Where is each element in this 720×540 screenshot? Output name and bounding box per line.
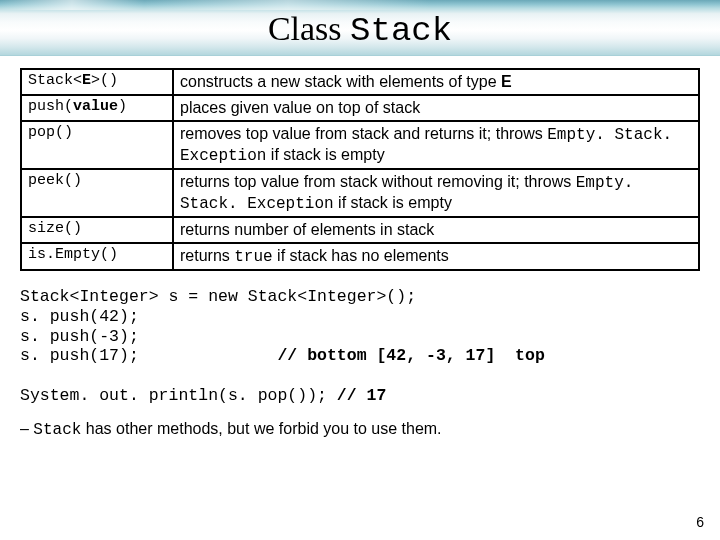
description-cell: returns true if stack has no elements [173, 243, 699, 270]
api-table: Stack<E>()constructs a new stack with el… [20, 68, 700, 271]
description-cell: places given value on top of stack [173, 95, 699, 121]
title-mono: Stack [350, 12, 452, 50]
table-row: pop()removes top value from stack and re… [21, 121, 699, 169]
code-line: s. push(-3); [20, 327, 139, 346]
footnote: – Stack has other methods, but we forbid… [20, 420, 700, 439]
table-row: size()returns number of elements in stac… [21, 217, 699, 243]
table-row: is.Empty()returns true if stack has no e… [21, 243, 699, 270]
code-line: s. push(42); [20, 307, 139, 326]
method-cell: size() [21, 217, 173, 243]
table-row: peek()returns top value from stack witho… [21, 169, 699, 217]
method-cell: push(value) [21, 95, 173, 121]
description-cell: returns top value from stack without rem… [173, 169, 699, 217]
page-number: 6 [696, 514, 704, 530]
method-cell: Stack<E>() [21, 69, 173, 95]
code-line: System. out. println(s. pop()); [20, 386, 327, 405]
method-cell: is.Empty() [21, 243, 173, 270]
footnote-mono: Stack [33, 421, 81, 439]
api-table-body: Stack<E>()constructs a new stack with el… [21, 69, 699, 270]
code-line: Stack<Integer> s = new Stack<Integer>(); [20, 287, 416, 306]
slide-content: Stack<E>()constructs a new stack with el… [0, 50, 720, 439]
method-cell: pop() [21, 121, 173, 169]
description-cell: returns number of elements in stack [173, 217, 699, 243]
footnote-dash: – [20, 420, 33, 437]
footnote-rest: has other methods, but we forbid you to … [81, 420, 441, 437]
title-prefix: Class [268, 10, 350, 47]
table-row: push(value)places given value on top of … [21, 95, 699, 121]
slide-title: Class Stack [0, 10, 720, 50]
code-comment: // 17 [337, 386, 387, 405]
table-row: Stack<E>()constructs a new stack with el… [21, 69, 699, 95]
description-cell: removes top value from stack and returns… [173, 121, 699, 169]
code-line: s. push(17); [20, 346, 139, 365]
code-example: Stack<Integer> s = new Stack<Integer>();… [20, 287, 700, 406]
description-cell: constructs a new stack with elements of … [173, 69, 699, 95]
method-cell: peek() [21, 169, 173, 217]
code-comment: // bottom [42, -3, 17] top [277, 346, 544, 365]
